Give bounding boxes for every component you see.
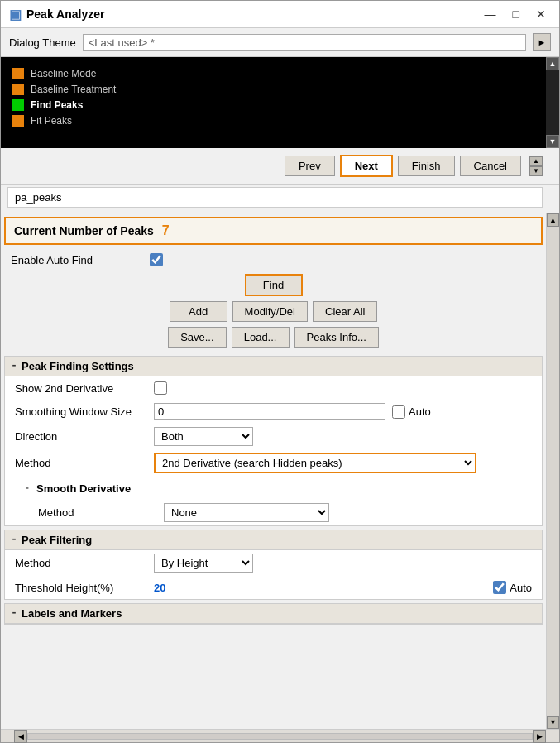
step-baseline-mode[interactable]: Baseline Mode — [12, 68, 548, 79]
method-label: Method — [15, 457, 147, 469]
labels-markers-title: Labels and Markers — [22, 607, 122, 620]
step-label-find-peaks: Find Peaks — [31, 99, 83, 111]
nav-scroll-up[interactable]: ▲ — [529, 156, 543, 166]
find-button[interactable]: Find — [245, 274, 303, 296]
peak-finding-settings-title: Peak Finding Settings — [22, 360, 134, 372]
peak-filtering-method-label: Method — [15, 557, 147, 569]
peak-finding-settings-toggle[interactable]: ⁃ — [12, 361, 17, 372]
finish-button[interactable]: Finish — [398, 156, 455, 176]
smoothing-window-size-row: Smoothing Window Size Auto — [5, 400, 542, 424]
step-baseline-treatment[interactable]: Baseline Treatment — [12, 84, 548, 95]
smoothing-auto-row: Auto — [392, 405, 431, 419]
threshold-height-value: 20 — [154, 582, 165, 594]
peak-filtering-method-select[interactable]: By Height By Area By Width — [154, 554, 253, 573]
dialog-theme-input[interactable] — [83, 34, 526, 51]
enable-auto-find-row: Enable Auto Find — [1, 248, 546, 271]
content-scroll-wrapper: Current Number of Peaks 7 Enable Auto Fi… — [1, 213, 559, 729]
threshold-auto-checkbox[interactable] — [493, 581, 506, 594]
dialog-theme-arrow-button[interactable]: ► — [533, 33, 551, 51]
pa-name-input[interactable] — [7, 187, 543, 208]
h-scroll-right[interactable]: ▶ — [533, 730, 546, 743]
peak-filtering-header: ⁃ Peak Filtering — [5, 530, 542, 550]
peak-finding-settings-group: ⁃ Peak Finding Settings Show 2nd Derivat… — [4, 356, 543, 526]
minimize-button[interactable]: — — [480, 6, 501, 22]
step-label-baseline-treatment: Baseline Treatment — [31, 84, 116, 95]
threshold-auto-row: Auto — [493, 581, 532, 594]
enable-auto-find-checkbox[interactable] — [150, 253, 163, 266]
nav-scroll-buttons: ▲ ▼ — [529, 156, 543, 176]
smooth-derivative-method-select[interactable]: None Savitzky-Golay Gaussian — [164, 503, 329, 522]
main-right-scrollbar: ▲ ▼ — [546, 213, 559, 729]
show-2nd-derivative-label: Show 2nd Derivative — [15, 382, 147, 395]
steps-scroll-up[interactable]: ▲ — [546, 57, 559, 70]
method-row: Method 2nd Derivative (search Hidden pea… — [5, 449, 542, 477]
nav-scroll-down[interactable]: ▼ — [529, 166, 543, 176]
title-bar-left: ▣ Peak Analyzer — [9, 7, 104, 22]
smoothing-window-size-label: Smoothing Window Size — [15, 405, 147, 418]
direction-label: Direction — [15, 430, 147, 443]
peaks-info-button[interactable]: Peaks Info... — [294, 327, 379, 348]
save-button[interactable]: Save... — [168, 327, 226, 348]
dialog-theme-row: Dialog Theme ► — [1, 28, 559, 57]
step-label-fit-peaks: Fit Peaks — [31, 115, 72, 127]
direction-row: Direction Both Positive Negative — [5, 424, 542, 449]
peak-filtering-group: ⁃ Peak Filtering Method By Height By Are… — [4, 530, 543, 600]
enable-auto-find-label: Enable Auto Find — [11, 254, 143, 266]
peak-filtering-method-row: Method By Height By Area By Width — [5, 550, 542, 576]
window-title: Peak Analyzer — [26, 7, 104, 21]
save-load-peaks-row: Save... Load... Peaks Info... — [1, 324, 546, 350]
peak-finding-settings-header: ⁃ Peak Finding Settings — [5, 357, 542, 376]
cancel-button[interactable]: Cancel — [460, 156, 521, 176]
clear-all-button[interactable]: Clear All — [313, 301, 377, 322]
main-window: ▣ Peak Analyzer — □ ✕ Dialog Theme ► Bas… — [0, 0, 560, 743]
close-button[interactable]: ✕ — [531, 6, 551, 22]
main-scroll-up[interactable]: ▲ — [547, 213, 559, 227]
steps-panel: Baseline Mode Baseline Treatment Find Pe… — [1, 57, 559, 148]
smooth-derivative-method-row: Method None Savitzky-Golay Gaussian — [5, 500, 542, 525]
show-2nd-derivative-row: Show 2nd Derivative — [5, 376, 542, 400]
add-modify-clear-row: Add Modify/Del Clear All — [1, 299, 546, 324]
smooth-derivative-header-row: ⁃ Smooth Derivative — [5, 477, 542, 500]
smooth-derivative-toggle[interactable]: ⁃ — [25, 483, 30, 494]
show-2nd-derivative-checkbox[interactable] — [154, 381, 167, 395]
main-scroll-down[interactable]: ▼ — [547, 716, 559, 729]
step-find-peaks[interactable]: Find Peaks — [12, 99, 548, 111]
peak-filtering-toggle[interactable]: ⁃ — [12, 534, 17, 545]
add-button[interactable]: Add — [170, 301, 227, 322]
step-fit-peaks[interactable]: Fit Peaks — [12, 115, 548, 127]
find-button-row: Find — [1, 271, 546, 299]
h-scroll-left[interactable]: ◀ — [14, 730, 27, 743]
prev-button[interactable]: Prev — [285, 156, 335, 176]
content-area: Current Number of Peaks 7 Enable Auto Fi… — [1, 213, 546, 729]
smoothing-window-size-input[interactable] — [154, 403, 385, 420]
labels-markers-header: ⁃ Labels and Markers — [5, 604, 542, 624]
method-select[interactable]: 2nd Derivative (search Hidden peaks) Loc… — [154, 453, 476, 473]
step-dot-baseline-treatment — [12, 84, 24, 95]
nav-buttons-row: Prev Next Finish Cancel ▲ ▼ — [1, 148, 559, 185]
step-label-baseline-mode: Baseline Mode — [31, 68, 96, 79]
labels-markers-group: ⁃ Labels and Markers — [4, 603, 543, 625]
load-button[interactable]: Load... — [232, 327, 290, 348]
direction-select[interactable]: Both Positive Negative — [154, 427, 253, 446]
smooth-derivative-title: Smooth Derivative — [36, 482, 131, 495]
current-peaks-section: Current Number of Peaks 7 — [4, 217, 543, 245]
pa-name-row — [1, 185, 559, 213]
title-bar: ▣ Peak Analyzer — □ ✕ — [1, 1, 559, 28]
smooth-derivative-method-label: Method — [25, 506, 157, 519]
dialog-theme-label: Dialog Theme — [9, 36, 76, 49]
scroll-thumb[interactable] — [547, 227, 559, 716]
smoothing-auto-checkbox[interactable] — [392, 405, 405, 419]
app-icon: ▣ — [9, 7, 22, 22]
maximize-button[interactable]: □ — [508, 6, 524, 22]
step-dot-baseline-mode — [12, 68, 24, 79]
modify-del-button[interactable]: Modify/Del — [232, 301, 308, 322]
threshold-height-label: Threshold Height(%) — [15, 582, 147, 594]
next-button[interactable]: Next — [340, 155, 393, 177]
step-dot-fit-peaks — [12, 115, 24, 127]
peak-filtering-title: Peak Filtering — [22, 534, 92, 546]
title-bar-controls: — □ ✕ — [480, 6, 551, 22]
current-peaks-count: 7 — [162, 223, 170, 238]
h-scroll-track[interactable] — [27, 733, 533, 740]
labels-markers-toggle[interactable]: ⁃ — [12, 608, 17, 619]
steps-scroll-down[interactable]: ▼ — [546, 135, 559, 148]
